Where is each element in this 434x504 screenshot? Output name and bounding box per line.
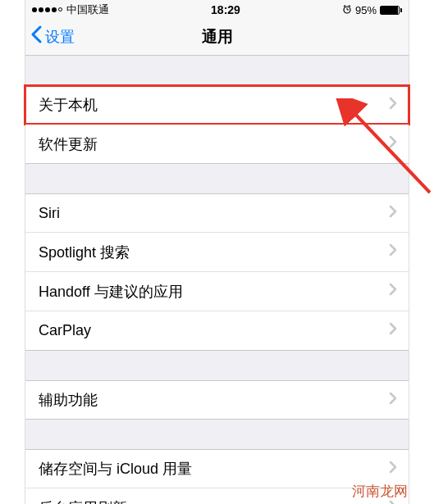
chevron-right-icon [389,283,397,300]
cell-label: Siri [39,205,60,222]
back-label: 设置 [45,27,75,47]
back-button[interactable]: 设置 [25,25,75,48]
cell-handoff[interactable]: Handoff 与建议的应用 [25,272,409,311]
group-accessibility: 辅助功能 [25,380,409,420]
cell-siri[interactable]: Siri [25,193,409,233]
signal-dots-icon [32,7,62,12]
svg-line-4 [349,5,350,7]
cell-about[interactable]: 关于本机 [25,85,409,125]
cell-background-refresh[interactable]: 后台应用刷新 [25,488,409,504]
cell-label: 后台应用刷新 [39,498,127,504]
group-storage: 储存空间与 iCloud 用量 后台应用刷新 [25,449,409,504]
chevron-right-icon [389,205,397,222]
cell-label: 储存空间与 iCloud 用量 [39,459,192,479]
cell-label: 辅助功能 [39,390,98,410]
cell-label: Handoff 与建议的应用 [39,282,183,302]
chevron-right-icon [389,97,397,114]
status-left: 中国联通 [32,2,109,17]
chevron-right-icon [389,135,397,152]
group-device: 关于本机 软件更新 [25,85,409,164]
chevron-right-icon [389,322,397,339]
chevron-left-icon [30,25,42,48]
watermark-label: 河南龙网 [352,482,408,501]
battery-icon [380,6,402,15]
chevron-right-icon [389,392,397,409]
cell-software-update[interactable]: 软件更新 [25,125,409,164]
nav-bar: 设置 通用 [25,18,409,56]
cell-storage[interactable]: 储存空间与 iCloud 用量 [25,449,409,488]
chevron-right-icon [389,461,397,478]
alarm-icon [342,4,352,16]
chevron-right-icon [389,243,397,261]
phone-screen: 中国联通 18:29 95% 设置 通用 关于本机 [25,0,409,504]
battery-percent-label: 95% [355,4,377,16]
group-features: Siri Spotlight 搜索 Handoff 与建议的应用 CarPlay [25,193,409,351]
cell-carplay[interactable]: CarPlay [25,311,409,351]
cell-label: 软件更新 [39,134,98,154]
carrier-label: 中国联通 [66,2,109,17]
cell-label: Spotlight 搜索 [39,243,130,262]
page-title: 通用 [25,26,409,48]
status-bar: 中国联通 18:29 95% [25,0,409,18]
cell-accessibility[interactable]: 辅助功能 [25,380,409,420]
cell-spotlight[interactable]: Spotlight 搜索 [25,233,409,272]
svg-line-3 [344,5,345,7]
settings-list: 关于本机 软件更新 Siri Spotlight 搜索 Handoff 与建议的… [25,85,409,504]
clock-label: 18:29 [211,3,240,16]
cell-label: CarPlay [39,322,91,339]
cell-label: 关于本机 [39,95,98,115]
status-right: 95% [342,4,402,16]
